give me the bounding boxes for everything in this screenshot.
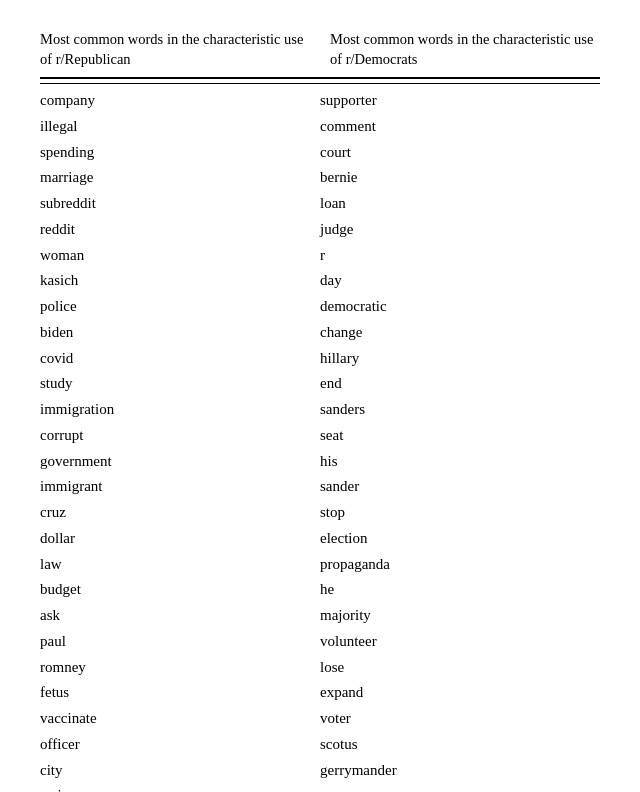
list-item: end bbox=[320, 371, 600, 397]
list-item: corrupt bbox=[40, 423, 320, 449]
list-item: hillary bbox=[320, 346, 600, 372]
list-item: election bbox=[320, 526, 600, 552]
list-item: supporter bbox=[320, 88, 600, 114]
list-item: woman bbox=[40, 243, 320, 269]
list-item: r bbox=[320, 243, 600, 269]
list-item: budget bbox=[40, 577, 320, 603]
word-frequency-table: Most common words in the characteristic … bbox=[40, 30, 600, 792]
list-item: officer bbox=[40, 732, 320, 758]
list-item: police bbox=[40, 294, 320, 320]
list-item: paul bbox=[40, 629, 320, 655]
list-item: majority bbox=[320, 603, 600, 629]
list-item: serious bbox=[40, 783, 320, 792]
list-item: lose bbox=[320, 655, 600, 681]
list-item: government bbox=[40, 449, 320, 475]
list-item: law bbox=[40, 552, 320, 578]
list-item: judge bbox=[320, 217, 600, 243]
republican-header: Most common words in the characteristic … bbox=[40, 30, 330, 69]
list-item: scotus bbox=[320, 732, 600, 758]
list-item: he bbox=[320, 577, 600, 603]
list-item: biden bbox=[40, 320, 320, 346]
list-item: subreddit bbox=[40, 191, 320, 217]
republican-column: companyillegalspendingmarriagesubredditr… bbox=[40, 88, 320, 792]
table-body: companyillegalspendingmarriagesubredditr… bbox=[40, 88, 600, 792]
list-item: immigration bbox=[40, 397, 320, 423]
democrats-column: supportercommentcourtbernieloanjudgerday… bbox=[320, 88, 600, 792]
list-item: governor bbox=[320, 783, 600, 792]
list-item: seat bbox=[320, 423, 600, 449]
list-item: vaccinate bbox=[40, 706, 320, 732]
list-item: volunteer bbox=[320, 629, 600, 655]
list-item: fetus bbox=[40, 680, 320, 706]
list-item: cruz bbox=[40, 500, 320, 526]
list-item: day bbox=[320, 268, 600, 294]
democrats-header: Most common words in the characteristic … bbox=[330, 30, 600, 69]
list-item: loan bbox=[320, 191, 600, 217]
list-item: gerrymander bbox=[320, 758, 600, 784]
list-item: marriage bbox=[40, 165, 320, 191]
list-item: his bbox=[320, 449, 600, 475]
list-item: court bbox=[320, 140, 600, 166]
header-divider bbox=[40, 83, 600, 84]
list-item: dollar bbox=[40, 526, 320, 552]
list-item: sanders bbox=[320, 397, 600, 423]
list-item: company bbox=[40, 88, 320, 114]
list-item: kasich bbox=[40, 268, 320, 294]
list-item: illegal bbox=[40, 114, 320, 140]
list-item: sander bbox=[320, 474, 600, 500]
list-item: voter bbox=[320, 706, 600, 732]
list-item: immigrant bbox=[40, 474, 320, 500]
list-item: democratic bbox=[320, 294, 600, 320]
list-item: stop bbox=[320, 500, 600, 526]
list-item: comment bbox=[320, 114, 600, 140]
list-item: bernie bbox=[320, 165, 600, 191]
list-item: city bbox=[40, 758, 320, 784]
list-item: change bbox=[320, 320, 600, 346]
list-item: expand bbox=[320, 680, 600, 706]
list-item: reddit bbox=[40, 217, 320, 243]
list-item: romney bbox=[40, 655, 320, 681]
list-item: ask bbox=[40, 603, 320, 629]
list-item: spending bbox=[40, 140, 320, 166]
list-item: propaganda bbox=[320, 552, 600, 578]
list-item: study bbox=[40, 371, 320, 397]
table-header: Most common words in the characteristic … bbox=[40, 30, 600, 79]
list-item: covid bbox=[40, 346, 320, 372]
